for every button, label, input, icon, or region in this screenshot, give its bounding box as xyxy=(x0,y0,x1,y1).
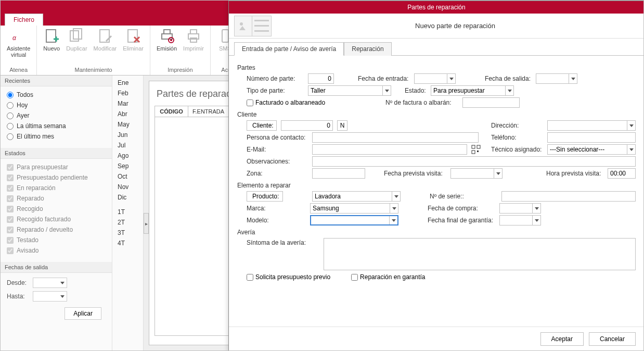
month-mar[interactable]: Mar xyxy=(112,98,143,109)
fgarantia-combo[interactable] xyxy=(499,215,541,225)
estado-check-1[interactable]: Presupuestado pendiente xyxy=(5,172,108,183)
email-label: E-Mail: xyxy=(247,146,308,153)
estado-check-2[interactable]: En reparación xyxy=(5,183,108,193)
radio-mes[interactable]: El último mes xyxy=(5,131,108,142)
persona-input[interactable] xyxy=(312,132,479,143)
month-feb[interactable]: Feb xyxy=(112,88,143,98)
ribbon-eliminar-button[interactable]: Eliminar xyxy=(120,27,147,53)
tab-reparacion[interactable]: Reparación xyxy=(344,42,391,56)
email-input[interactable] xyxy=(312,144,467,155)
hvisita-input[interactable] xyxy=(608,168,636,179)
month-4t[interactable]: 4T xyxy=(112,238,143,248)
delete-doc-icon xyxy=(125,28,141,44)
estado-check-0[interactable]: Para presupuestar xyxy=(5,162,108,172)
direccion-combo[interactable] xyxy=(547,120,636,131)
estado-label: Estado: xyxy=(405,87,427,94)
print-icon xyxy=(185,28,202,44)
month-ene[interactable]: Ene xyxy=(112,78,143,88)
direccion-label: Dirección: xyxy=(491,122,543,129)
ribbon-group-impresion: Impresión xyxy=(153,66,207,74)
ribbon-assistant-button[interactable]: α Asistente virtual xyxy=(4,27,33,59)
tecnico-combo[interactable]: ---Sin seleccionar--- xyxy=(547,144,636,155)
producto-button[interactable]: Producto: xyxy=(247,191,283,202)
ribbon-modificar-button[interactable]: Modificar xyxy=(91,27,120,53)
month-oct[interactable]: Oct xyxy=(112,171,143,182)
month-dic[interactable]: Dic xyxy=(112,192,143,203)
telefono-label: Teléfono: xyxy=(491,134,543,141)
persona-label: Persona de contacto: xyxy=(247,134,308,141)
fecha-desde-dropdown[interactable] xyxy=(33,278,67,288)
radio-hoy[interactable]: Hoy xyxy=(5,100,108,110)
svg-rect-22 xyxy=(477,145,480,148)
radio-semana[interactable]: La última semana xyxy=(5,121,108,131)
tab-entrada[interactable]: Entrada de parte / Aviso de avería xyxy=(234,42,344,56)
radio-todos[interactable]: Todos xyxy=(5,90,108,100)
ribbon-nuevo-button[interactable]: Nuevo xyxy=(40,27,63,53)
facturado-checkbox[interactable]: Facturado o albaraneado xyxy=(247,99,325,106)
month-jul[interactable]: Jul xyxy=(112,140,143,151)
expand-handle[interactable]: ▸ xyxy=(144,213,149,234)
new-doc-icon xyxy=(43,28,60,44)
month-sep[interactable]: Sep xyxy=(112,161,143,171)
estado-check-4[interactable]: Recogido xyxy=(5,204,108,214)
estado-combo[interactable]: Para presupuestar xyxy=(431,85,514,96)
nfactura-input[interactable] xyxy=(462,97,520,108)
svg-rect-12 xyxy=(164,30,170,34)
edit-doc-icon xyxy=(97,28,113,44)
month-column: EneFebMarAbrMayJunJulAgoSepOctNovDic1T2T… xyxy=(112,76,144,350)
obs-input[interactable] xyxy=(312,156,636,167)
estado-check-8[interactable]: Avisado xyxy=(5,245,108,256)
garantia-checkbox[interactable]: Reparación en garantía xyxy=(351,273,425,281)
estado-check-6[interactable]: Reparado / devuelto xyxy=(5,224,108,235)
month-jun[interactable]: Jun xyxy=(112,130,143,140)
marca-label: Marca: xyxy=(247,205,306,212)
qr-icon[interactable] xyxy=(471,145,481,154)
fentrada-combo[interactable] xyxy=(414,73,456,84)
grid-col-codigo[interactable]: CÓDIGO xyxy=(155,106,188,117)
fecha-hasta-label: Hasta: xyxy=(7,293,30,300)
cancelar-button[interactable]: Cancelar xyxy=(589,332,636,346)
ribbon-emision-button[interactable]: Emisión xyxy=(153,27,180,53)
numero-input[interactable] xyxy=(308,73,334,84)
month-ago[interactable]: Ago xyxy=(112,151,143,161)
marca-combo[interactable]: Samsung xyxy=(310,203,398,214)
estado-check-3[interactable]: Reparado xyxy=(5,193,108,204)
dialog-form-title: Nuevo parte de reparación xyxy=(272,22,639,30)
image-placeholder-icon[interactable] xyxy=(234,16,272,36)
month-1t[interactable]: 1T xyxy=(112,207,143,217)
cliente-button[interactable]: Cliente: xyxy=(247,120,277,131)
fsalida-combo[interactable] xyxy=(536,73,577,84)
fecha-desde-label: Desde: xyxy=(7,279,30,286)
zona-input[interactable] xyxy=(312,168,365,179)
fvisita-combo[interactable] xyxy=(450,168,503,179)
cliente-n-button[interactable]: N xyxy=(337,120,347,131)
svg-rect-15 xyxy=(190,30,197,34)
radio-ayer[interactable]: Ayer xyxy=(5,110,108,121)
month-2t[interactable]: 2T xyxy=(112,217,143,228)
aceptar-button[interactable]: Aceptar xyxy=(540,332,584,346)
telefono-input[interactable] xyxy=(547,132,636,143)
aplicar-button[interactable]: Aplicar xyxy=(65,307,101,320)
sintoma-label: Síntoma de la avería: xyxy=(247,238,319,246)
sintoma-textarea[interactable] xyxy=(324,238,636,270)
modelo-combo[interactable] xyxy=(310,215,398,225)
estado-check-5[interactable]: Recogido facturado xyxy=(5,214,108,224)
cliente-code-input[interactable] xyxy=(281,120,333,131)
month-abr[interactable]: Abr xyxy=(112,109,143,119)
ribbon-duplicar-button[interactable]: Duplicar xyxy=(63,27,90,53)
solicita-checkbox[interactable]: Solicita presupuesto previo xyxy=(247,273,330,281)
alpha-icon: α xyxy=(10,28,27,44)
tipo-combo[interactable]: Taller xyxy=(308,85,391,96)
fecha-hasta-dropdown[interactable] xyxy=(33,291,67,302)
nserie-input[interactable] xyxy=(501,191,636,202)
month-3t[interactable]: 3T xyxy=(112,228,143,238)
svg-point-20 xyxy=(240,22,243,26)
estado-check-7[interactable]: Testado xyxy=(5,235,108,245)
producto-combo[interactable]: Lavadora xyxy=(312,191,401,202)
fcompra-combo[interactable] xyxy=(499,203,541,214)
month-nov[interactable]: Nov xyxy=(112,182,143,192)
month-may[interactable]: May xyxy=(112,119,143,130)
nserie-label: Nº de serie:: xyxy=(430,193,497,200)
ribbon-tab-fichero[interactable]: Fichero xyxy=(5,14,43,26)
ribbon-imprimir-button[interactable]: Imprimir xyxy=(180,27,207,53)
